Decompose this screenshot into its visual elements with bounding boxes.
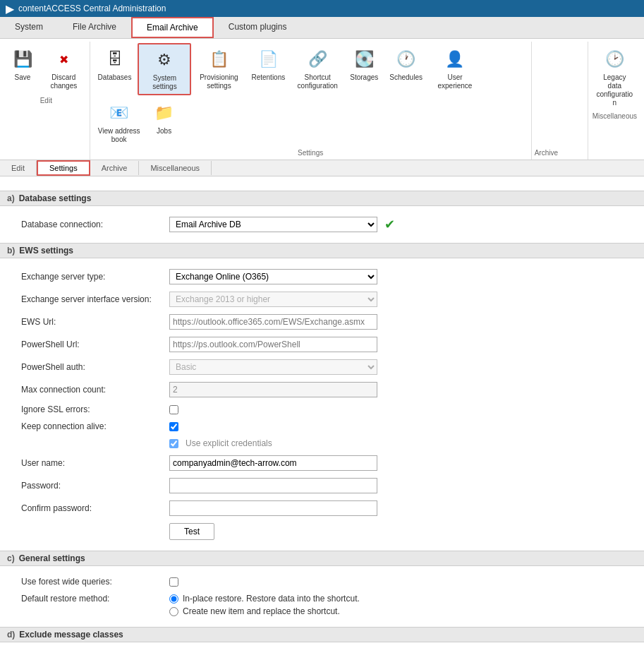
restore-option2-label: Create new item and replace the shortcut…: [183, 606, 340, 616]
subtabs-row: Edit Settings Archive Miscellaneous: [0, 160, 644, 176]
retentions-button[interactable]: 📄 Retentions: [246, 43, 290, 95]
section-c-title: General settings: [19, 553, 85, 563]
restore-option1-row: In-place restore. Restore data into the …: [169, 594, 360, 604]
databases-label: Databases: [98, 73, 132, 82]
ews-url-input[interactable]: [169, 314, 377, 330]
misc-group-label: Miscellaneous: [593, 111, 637, 121]
app-title: contentACCESS Central Administration: [18, 4, 166, 13]
username-input[interactable]: [169, 455, 377, 471]
edit-group-label: Edit: [40, 95, 52, 106]
powershell-url-input[interactable]: [169, 337, 377, 352]
subtab-archive[interactable]: Archive: [90, 161, 140, 175]
tab-file-archive[interactable]: File Archive: [58, 17, 131, 38]
settings-group-label: Settings: [93, 148, 528, 158]
test-button[interactable]: Test: [169, 523, 214, 540]
ews-url-label: EWS Url:: [21, 317, 162, 327]
shortcut-config-button[interactable]: 🔗 Shortcut configuration: [291, 43, 344, 95]
username-label: User name:: [21, 458, 162, 468]
schedules-icon: 🕐: [394, 47, 419, 72]
shortcut-label: Shortcut configuration: [296, 73, 339, 90]
confirm-password-input[interactable]: [169, 500, 377, 516]
jobs-button[interactable]: 📁 Jobs: [147, 97, 182, 148]
restore-method-label: Default restore method:: [21, 594, 162, 604]
max-connection-input[interactable]: [169, 382, 377, 397]
forest-queries-checkbox[interactable]: [169, 577, 178, 587]
databases-icon: 🗄: [102, 47, 128, 72]
system-settings-button[interactable]: ⚙ System settings: [138, 43, 191, 95]
tab-custom-plugins[interactable]: Custom plugins: [214, 17, 302, 38]
schedules-button[interactable]: 🕐 Schedules: [384, 43, 427, 95]
user-exp-icon: 👤: [442, 47, 468, 72]
restore-option2-radio[interactable]: [169, 607, 178, 616]
ignore-ssl-checkbox[interactable]: [169, 405, 178, 414]
section-a-header: a) Database settings: [0, 191, 644, 206]
forest-queries-row: Use forest wide queries:: [14, 573, 630, 590]
shortcut-icon: 🔗: [305, 47, 330, 72]
password-row: Password:: [14, 474, 630, 497]
exchange-interface-label: Exchange server interface version:: [21, 294, 162, 304]
powershell-auth-row: PowerShell auth: Basic: [14, 356, 630, 378]
explicit-creds-row: Use explicit credentials: [14, 435, 630, 452]
powershell-auth-select[interactable]: Basic: [169, 359, 377, 375]
exchange-server-type-select[interactable]: Exchange Online (O365): [169, 269, 377, 284]
keep-alive-label: Keep connection alive:: [21, 421, 162, 431]
subtab-settings[interactable]: Settings: [37, 160, 90, 176]
max-connection-label: Max connection count:: [21, 385, 162, 395]
retentions-icon: 📄: [255, 47, 281, 72]
section-c-letter: c): [7, 553, 15, 563]
forest-queries-label: Use forest wide queries:: [21, 577, 162, 587]
storages-button[interactable]: 💽 Storages: [345, 43, 383, 95]
provisioning-settings-button[interactable]: 📋 Provisioning settings: [193, 43, 245, 95]
ignore-ssl-label: Ignore SSL errors:: [21, 404, 162, 414]
powershell-url-label: PowerShell Url:: [21, 340, 162, 349]
explicit-creds-checkbox[interactable]: [169, 439, 178, 448]
tab-system[interactable]: System: [0, 17, 58, 38]
username-row: User name:: [14, 452, 630, 474]
legacy-data-icon: 🕑: [602, 47, 627, 72]
retentions-label: Retentions: [251, 73, 285, 82]
restore-option1-radio[interactable]: [169, 594, 178, 604]
db-connection-select[interactable]: Email Archive DB: [169, 217, 377, 232]
exchange-interface-row: Exchange server interface version: Excha…: [14, 288, 630, 311]
system-settings-label: System settings: [143, 74, 186, 91]
tab-email-archive[interactable]: Email Archive: [131, 17, 214, 38]
discard-button[interactable]: ✖ Discard changes: [41, 43, 87, 94]
ribbon-archive-group: Archive: [532, 42, 588, 160]
subtab-misc[interactable]: Miscellaneous: [139, 161, 212, 175]
view-addr-label: View address book: [98, 127, 140, 144]
save-button[interactable]: 💾 Save: [6, 43, 40, 94]
menu-tabs: System File Archive Email Archive Custom…: [0, 17, 644, 39]
section-a-title: Database settings: [19, 193, 92, 203]
jobs-icon: 📁: [152, 100, 177, 126]
keep-alive-checkbox[interactable]: [169, 422, 178, 431]
section-d-letter: d): [7, 630, 15, 640]
legacy-data-button[interactable]: 🕑 Legacy data configuration: [591, 43, 638, 111]
section-b-header: b) EWS settings: [0, 243, 644, 258]
save-icon: 💾: [10, 47, 35, 72]
titlebar: ▶ contentACCESS Central Administration: [0, 0, 644, 17]
password-input[interactable]: [169, 478, 377, 493]
provisioning-label: Provisioning settings: [198, 73, 240, 90]
explicit-creds-label: Use explicit credentials: [186, 438, 272, 448]
user-exp-button[interactable]: 👤 User experience: [429, 43, 481, 95]
storages-label: Storages: [350, 73, 378, 82]
save-label: Save: [15, 73, 31, 82]
section-d-header: d) Exclude message classes: [0, 627, 644, 642]
db-status-icon: ✔: [384, 217, 395, 232]
ribbon: 💾 Save ✖ Discard changes Edit 🗄 Database…: [0, 39, 644, 160]
restore-option2-row: Create new item and replace the shortcut…: [169, 606, 360, 616]
subtab-edit[interactable]: Edit: [0, 161, 37, 175]
view-addr-icon: 📧: [107, 100, 132, 126]
databases-button[interactable]: 🗄 Databases: [93, 43, 137, 95]
powershell-auth-label: PowerShell auth:: [21, 362, 162, 372]
test-button-row: Test: [14, 520, 630, 544]
view-addr-button[interactable]: 📧 View address book: [93, 97, 145, 148]
exchange-server-type-label: Exchange server type:: [21, 272, 162, 282]
exchange-interface-select[interactable]: Exchange 2013 or higher: [169, 292, 377, 307]
provisioning-icon: 📋: [206, 47, 231, 72]
restore-option1-label: In-place restore. Restore data into the …: [183, 594, 360, 604]
section-c-header: c) General settings: [0, 551, 644, 566]
confirm-password-row: Confirm password:: [14, 497, 630, 520]
powershell-url-row: PowerShell Url:: [14, 333, 630, 356]
password-label: Password:: [21, 481, 162, 491]
